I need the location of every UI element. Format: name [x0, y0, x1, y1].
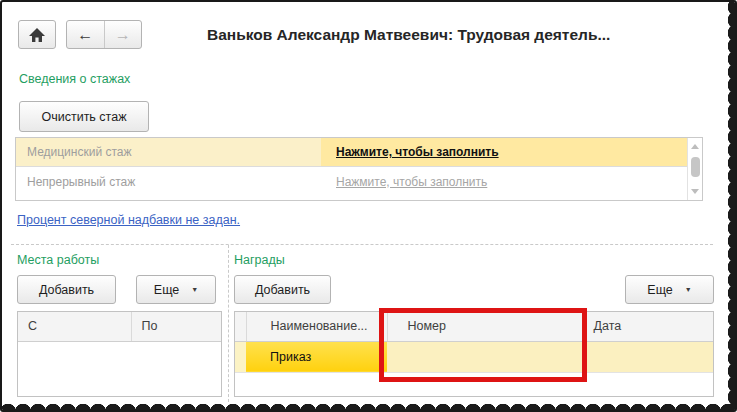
- section-label-stazh: Сведения о стажах: [19, 72, 130, 86]
- scroll-up-icon[interactable]: [691, 144, 699, 149]
- torn-edge-right: [721, 0, 737, 412]
- vertical-divider: [228, 245, 229, 402]
- places-toolbar: Добавить Еще ▼: [17, 275, 222, 304]
- awards-toolbar: Добавить Еще ▼: [234, 275, 714, 304]
- awards-column-name[interactable]: Наименование...: [246, 312, 387, 341]
- panel-places: Места работы Добавить Еще ▼ С По: [17, 253, 222, 397]
- more-label: Еще: [647, 283, 672, 297]
- stazh-row-label: Непрерывный стаж: [16, 175, 321, 189]
- stazh-row-value[interactable]: Нажмите, чтобы заполнить: [321, 167, 702, 196]
- more-label: Еще: [154, 283, 179, 297]
- stazh-row-label: Медицинский стаж: [16, 138, 321, 166]
- toolbar: ← →: [18, 20, 142, 49]
- highlight-box: [379, 308, 587, 382]
- scroll-down-icon[interactable]: [691, 189, 699, 194]
- award-name-cell[interactable]: Приказ: [246, 341, 387, 372]
- fill-link[interactable]: Нажмите, чтобы заполнить: [336, 175, 487, 189]
- history-nav: ← →: [66, 20, 142, 49]
- stazh-row-value[interactable]: Нажмите, чтобы заполнить: [321, 138, 702, 166]
- stazh-row-medical[interactable]: Медицинский стаж Нажмите, чтобы заполнит…: [16, 138, 702, 167]
- north-bonus-link[interactable]: Процент северной надбавки не задан.: [17, 213, 240, 227]
- horizontal-divider: [11, 244, 713, 245]
- row-selector-cell[interactable]: [235, 341, 246, 372]
- scrollbar-thumb[interactable]: [691, 157, 700, 177]
- stazh-table: Медицинский стаж Нажмите, чтобы заполнит…: [15, 137, 703, 201]
- stazh-row-continuous[interactable]: Непрерывный стаж Нажмите, чтобы заполнит…: [16, 167, 702, 196]
- back-button[interactable]: ←: [67, 21, 105, 48]
- torn-edge-bottom: [0, 398, 737, 412]
- awards-add-button[interactable]: Добавить: [234, 275, 331, 304]
- fill-link[interactable]: Нажмите, чтобы заполнить: [336, 145, 499, 159]
- chevron-down-icon: ▼: [191, 286, 198, 293]
- places-add-button[interactable]: Добавить: [17, 275, 116, 304]
- places-more-button[interactable]: Еще ▼: [136, 275, 216, 304]
- places-column-to[interactable]: По: [131, 312, 221, 341]
- forward-button[interactable]: →: [105, 21, 142, 48]
- award-date-cell[interactable]: [583, 341, 713, 372]
- awards-column-date[interactable]: Дата: [583, 312, 713, 341]
- page-title: Ваньков Александр Матвеевич: Трудовая де…: [207, 26, 610, 44]
- chevron-down-icon: ▼: [685, 286, 692, 293]
- section-label-places: Места работы: [17, 253, 222, 267]
- awards-column-selector: [235, 312, 246, 341]
- places-table: С По: [17, 311, 222, 397]
- clear-stazh-button[interactable]: Очистить стаж: [19, 101, 149, 132]
- back-icon: ←: [77, 26, 93, 44]
- home-icon: [29, 28, 45, 42]
- app-window: ← → Ваньков Александр Матвеевич: Трудова…: [0, 0, 737, 412]
- awards-more-button[interactable]: Еще ▼: [625, 275, 714, 304]
- vertical-scrollbar[interactable]: [687, 138, 702, 200]
- home-button[interactable]: [18, 20, 56, 49]
- section-label-awards: Награды: [234, 253, 714, 267]
- places-column-from[interactable]: С: [18, 312, 131, 341]
- forward-icon: →: [115, 26, 131, 44]
